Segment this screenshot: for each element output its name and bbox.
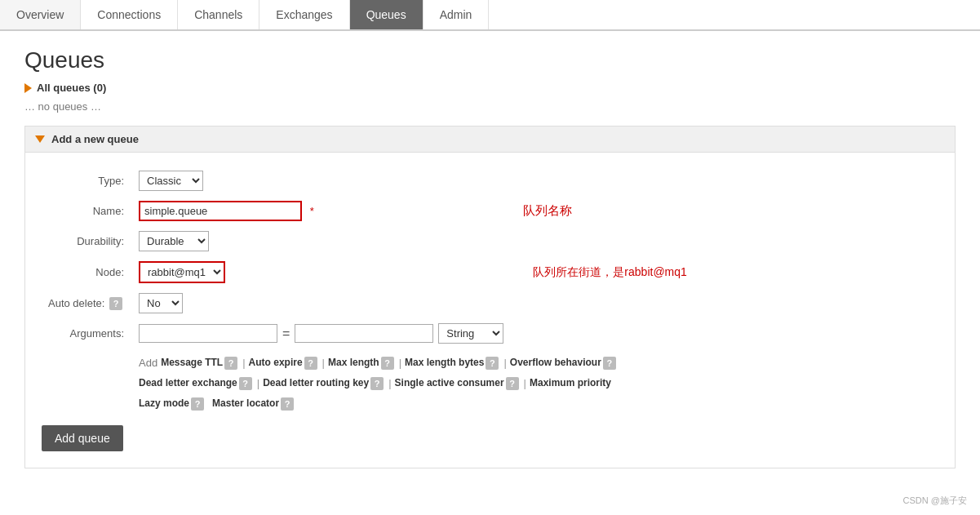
arg-links-row2: Dead letter exchange ? | Dead letter rou… <box>139 374 687 393</box>
annotation-name: 队列名称 <box>523 203 572 217</box>
arg-link-dead-letter-exchange[interactable]: Dead letter exchange <box>139 375 237 393</box>
single-active-consumer-help[interactable]: ? <box>506 377 519 390</box>
arg-links-row3: Lazy mode ? Master locator ? <box>139 395 687 413</box>
name-label: Name: <box>42 196 132 226</box>
args-inputs: = String Number Boolean <box>139 323 503 344</box>
master-locator-help[interactable]: ? <box>281 397 294 411</box>
arg-links-cell: Add Message TTL ? | Auto expire ? | Max … <box>132 349 694 417</box>
required-star: * <box>310 205 314 217</box>
sep4: | <box>503 353 506 372</box>
sep5: | <box>257 374 259 393</box>
add-queue-header[interactable]: Add a new queue <box>25 127 955 152</box>
durability-cell: Durable Transient <box>132 226 510 256</box>
dead-letter-exchange-help[interactable]: ? <box>239 377 252 390</box>
nav-connections[interactable]: Connections <box>81 0 178 29</box>
add-queue-body: Type: Classic Quorum Name: <box>25 152 955 468</box>
nav-exchanges[interactable]: Exchanges <box>259 0 349 29</box>
sep2: | <box>322 353 325 372</box>
sep6: | <box>388 374 391 393</box>
sep3: | <box>399 353 401 372</box>
type-select[interactable]: Classic Quorum <box>139 171 203 191</box>
add-queue-toggle-icon <box>35 135 45 143</box>
arg-link-maximum-priority[interactable]: Maximum priority <box>530 375 611 393</box>
message-ttl-help[interactable]: ? <box>224 357 237 370</box>
auto-delete-select[interactable]: No Yes <box>139 293 183 313</box>
max-length-bytes-help[interactable]: ? <box>486 357 499 370</box>
sep7: | <box>524 374 526 393</box>
auto-delete-row: Auto delete: ? No Yes <box>42 288 694 318</box>
arguments-row: Arguments: = String Number Boolean <box>42 318 694 349</box>
node-label: Node: <box>42 256 132 288</box>
no-queues-text: … no queues … <box>24 100 956 113</box>
all-queues-label: All queues (0) <box>37 82 106 94</box>
arg-link-auto-expire[interactable]: Auto expire <box>249 354 303 372</box>
auto-delete-help[interactable]: ? <box>109 297 122 310</box>
arg-link-lazy-mode[interactable]: Lazy mode <box>139 395 189 413</box>
auto-delete-cell: No Yes <box>132 288 510 318</box>
dead-letter-routing-key-help[interactable]: ? <box>370 377 384 390</box>
arguments-label: Arguments: <box>42 318 132 349</box>
add-queue-button[interactable]: Add queue <box>42 425 123 451</box>
node-row: Node: rabbit@mq1 队列所在街道，是rabbit@mq1 <box>42 256 694 288</box>
nav-overview[interactable]: Overview <box>0 0 81 29</box>
durability-row: Durability: Durable Transient <box>42 226 694 256</box>
node-cell: rabbit@mq1 <box>132 256 510 288</box>
name-input[interactable] <box>139 201 302 221</box>
annotation-node: 队列所在街道，是rabbit@mq1 <box>533 265 686 278</box>
nav-queues[interactable]: Queues <box>350 0 423 29</box>
arg-link-max-length-bytes[interactable]: Max length bytes <box>405 354 484 372</box>
arg-link-overflow-behaviour[interactable]: Overflow behaviour <box>510 354 601 372</box>
durability-label: Durability: <box>42 226 132 256</box>
nav-channels[interactable]: Channels <box>178 0 259 29</box>
auto-delete-label: Auto delete: ? <box>42 288 132 318</box>
add-queue-header-label: Add a new queue <box>51 133 139 145</box>
top-navigation: Overview Connections Channels Exchanges … <box>0 0 980 31</box>
arg-link-dead-letter-routing-key[interactable]: Dead letter routing key <box>263 375 369 393</box>
type-row: Type: Classic Quorum <box>42 166 694 196</box>
type-label: Type: <box>42 166 132 196</box>
name-cell: * <box>132 196 510 226</box>
type-cell: Classic Quorum <box>132 166 510 196</box>
argument-key-input[interactable] <box>139 324 277 343</box>
arg-links-row1: Add Message TTL ? | Auto expire ? | Max … <box>139 353 687 372</box>
sep1: | <box>242 353 245 372</box>
arg-link-message-ttl[interactable]: Message TTL <box>161 354 223 372</box>
node-select-wrapper: rabbit@mq1 <box>139 261 225 283</box>
argument-value-input[interactable] <box>295 324 433 343</box>
nav-admin[interactable]: Admin <box>423 0 490 29</box>
max-length-help[interactable]: ? <box>381 357 394 370</box>
main-content: Queues All queues (0) … no queues … Add … <box>0 31 980 501</box>
add-queue-section: Add a new queue Type: Classic Quorum <box>24 126 956 468</box>
all-queues-toggle-icon[interactable] <box>24 83 32 93</box>
footer-note: CSDN @施子安 <box>903 495 967 501</box>
add-label: Add <box>139 353 157 372</box>
auto-expire-help[interactable]: ? <box>304 357 317 370</box>
all-queues-section: All queues (0) <box>24 82 956 94</box>
lazy-mode-help[interactable]: ? <box>191 397 204 411</box>
add-queue-form: Type: Classic Quorum Name: <box>42 166 694 417</box>
node-select[interactable]: rabbit@mq1 <box>140 263 224 282</box>
overflow-behaviour-help[interactable]: ? <box>603 357 616 370</box>
arg-link-single-active-consumer[interactable]: Single active consumer <box>395 375 504 393</box>
equals-sign: = <box>282 326 290 341</box>
arg-links-row: Add Message TTL ? | Auto expire ? | Max … <box>42 349 694 417</box>
name-row: Name: * 队列名称 <box>42 196 694 226</box>
durability-select[interactable]: Durable Transient <box>139 231 209 251</box>
arg-link-max-length[interactable]: Max length <box>328 354 379 372</box>
arguments-cell: = String Number Boolean <box>132 318 510 349</box>
arg-link-master-locator[interactable]: Master locator <box>212 395 279 413</box>
argument-type-select[interactable]: String Number Boolean <box>438 323 503 344</box>
page-title: Queues <box>24 47 956 73</box>
